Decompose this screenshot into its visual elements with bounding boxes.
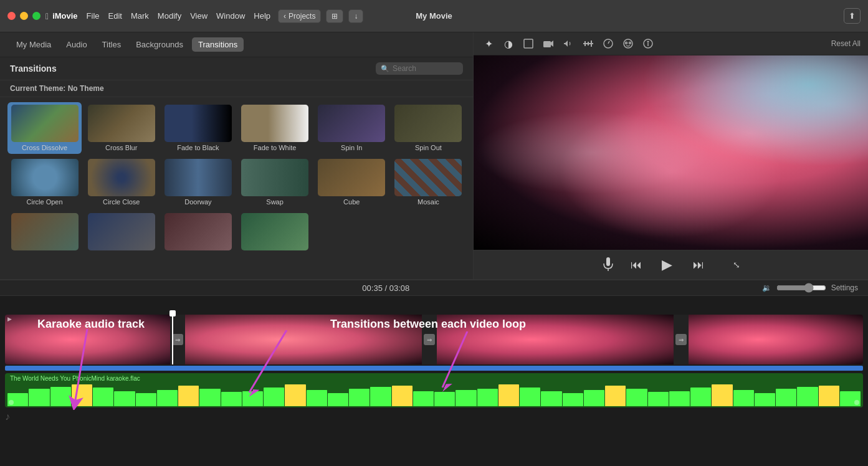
transitions-header: Transitions 🔍 <box>0 57 473 80</box>
skip-back-button[interactable]: ⏮ <box>627 255 646 274</box>
transition-item-partial3[interactable] <box>161 211 235 255</box>
svg-rect-4 <box>584 41 586 46</box>
video-preview <box>474 55 868 250</box>
magic-wand-tool[interactable]: ✦ <box>481 36 496 51</box>
waveform-bar <box>520 388 540 406</box>
info-tool[interactable] <box>641 36 656 51</box>
skip-forward-button[interactable]: ⏭ <box>689 255 708 274</box>
transition-connector-2[interactable]: ⇒ <box>422 315 437 364</box>
waveform-bar <box>776 389 796 406</box>
total-time: 03:08 <box>389 283 410 293</box>
export-button[interactable]: ⬆ <box>844 8 861 24</box>
transition-thumb-circle-close <box>88 159 155 196</box>
search-input[interactable] <box>393 64 458 73</box>
playback-controls: ⏮ ▶ ⏭ ⤡ <box>474 250 868 279</box>
menu-window[interactable]: Window <box>216 11 245 21</box>
menu-file[interactable]: File <box>87 11 100 21</box>
video-clip-3[interactable] <box>437 315 674 364</box>
fullscreen-button[interactable] <box>32 12 41 20</box>
video-clip-1[interactable]: ▶ <box>5 315 170 364</box>
reset-all-button[interactable]: Reset All <box>831 39 861 48</box>
waveform-bar <box>690 388 711 406</box>
transitions-title: Transitions <box>10 64 57 74</box>
tab-backgrounds[interactable]: Backgrounds <box>130 37 189 52</box>
settings-button[interactable]: Settings <box>831 283 858 292</box>
transition-connector-3[interactable]: ⇒ <box>674 315 689 364</box>
svg-rect-5 <box>588 42 589 45</box>
waveform-bar <box>157 390 178 406</box>
color-balance-tool[interactable]: ◑ <box>501 36 516 51</box>
theme-label: Current Theme: No Theme <box>0 80 473 97</box>
transition-item-swap[interactable]: Swap <box>237 156 312 208</box>
video-clip-4[interactable] <box>689 315 863 364</box>
menu-mark[interactable]: Mark <box>131 11 149 21</box>
transition-item-mosaic[interactable]: Mosaic <box>391 156 465 208</box>
smoke-overlay <box>474 55 868 250</box>
transition-item-cross-dissolve[interactable]: Cross Dissolve <box>7 102 82 154</box>
right-panel: ✦ ◑ <box>474 32 868 279</box>
audio-waveform <box>5 384 863 406</box>
transition-thumb-fade-black <box>165 105 232 142</box>
toggle-view-button[interactable]: ⊞ <box>326 9 343 23</box>
menu-edit[interactable]: Edit <box>108 11 122 21</box>
transition-item-spin-in[interactable]: Spin In <box>315 102 389 154</box>
preview-tools-right: Reset All <box>831 39 861 48</box>
playhead <box>172 311 173 364</box>
svg-marker-2 <box>551 40 553 47</box>
search-box[interactable]: 🔍 <box>376 62 463 75</box>
transition-item-partial2[interactable] <box>84 211 158 255</box>
audio-tool[interactable] <box>561 36 576 51</box>
video-clip-2[interactable] <box>185 315 422 364</box>
tab-transitions[interactable]: Transitions <box>192 37 244 52</box>
menu-modify[interactable]: Modify <box>158 11 181 21</box>
volume-tool[interactable] <box>581 36 596 51</box>
tab-my-media[interactable]: My Media <box>10 37 57 52</box>
transition-item-spin-out[interactable]: Spin Out <box>391 102 465 154</box>
waveform-bar <box>733 390 754 406</box>
transition-item-circle-close[interactable]: Circle Close <box>84 156 158 208</box>
transition-item-cross-blur[interactable]: Cross Blur <box>84 102 158 154</box>
video-track: ▶ ⇒ ⇒ <box>5 315 863 364</box>
transition-item-cube[interactable]: Cube <box>315 156 389 208</box>
transition-label-fade-white: Fade to White <box>254 144 296 151</box>
minimize-button[interactable] <box>20 12 28 20</box>
audio-track[interactable]: The World Needs You PhonicMind karaoke.f… <box>5 373 863 407</box>
microphone-icon[interactable] <box>602 256 614 274</box>
close-button[interactable] <box>7 12 16 20</box>
transition-thumb-cross-blur <box>88 105 155 142</box>
robot-tool[interactable] <box>621 36 636 51</box>
menu-help[interactable]: Help <box>254 11 270 21</box>
transitions-grid: Cross Dissolve Cross Blur Fade to Black <box>0 97 473 260</box>
tab-audio[interactable]: Audio <box>60 37 93 52</box>
svg-rect-0 <box>524 39 533 48</box>
tab-titles[interactable]: Titles <box>96 37 128 52</box>
menu-imovie[interactable]: iMovie <box>52 11 77 21</box>
play-pause-button[interactable]: ▶ <box>658 255 677 274</box>
waveform-bar-peak <box>72 384 92 406</box>
transition-symbol-3: ⇒ <box>679 336 684 343</box>
transition-item-partial4[interactable] <box>237 211 312 255</box>
transition-item-fade-black[interactable]: Fade to Black <box>161 102 235 154</box>
waveform-bar-peak <box>712 384 732 406</box>
transition-item-circle-open[interactable]: Circle Open <box>7 156 82 208</box>
transition-label-cube: Cube <box>343 198 360 206</box>
transition-label-mosaic: Mosaic <box>417 198 439 206</box>
waveform-bar-peak <box>178 386 199 406</box>
camera-tool[interactable] <box>541 36 556 51</box>
fullscreen-icon[interactable]: ⤡ <box>733 260 740 270</box>
crop-tool[interactable] <box>521 36 536 51</box>
menu-view[interactable]: View <box>190 11 207 21</box>
transition-item-fade-white[interactable]: Fade to White <box>237 102 312 154</box>
transition-item-doorway[interactable]: Doorway <box>161 156 235 208</box>
transition-item-partial1[interactable] <box>7 211 82 255</box>
volume-slider[interactable] <box>776 283 826 293</box>
timeline-settings-area: 🔉 Settings <box>762 283 858 293</box>
download-button[interactable]: ↓ <box>348 9 363 23</box>
projects-button[interactable]: ‹ Projects <box>278 9 321 23</box>
app-wrapper:  iMovie File Edit Mark Modify View Wind… <box>0 0 868 466</box>
speed-tool[interactable] <box>601 36 616 51</box>
music-note-area: ♪ <box>0 409 868 425</box>
transition-thumb-partial3 <box>165 213 232 250</box>
playhead-handle <box>169 310 176 316</box>
transition-icon-1: ⇒ <box>172 334 183 345</box>
